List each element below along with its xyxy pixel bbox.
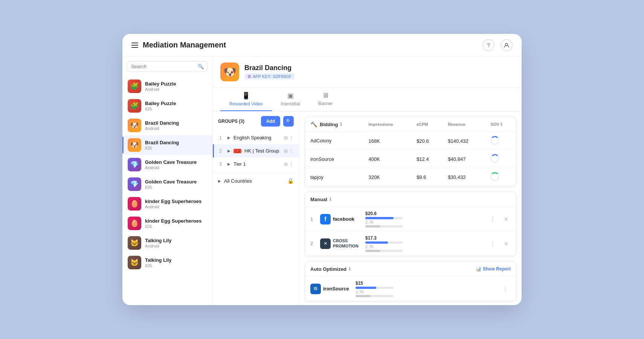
more-icon[interactable]: ⋮ <box>289 148 294 154</box>
group-item[interactable]: 3 ▶ Tier 1 ⊞ ⋮ <box>213 157 299 171</box>
auto-network-row: IS ironSource $15 2.7K ⋮ <box>305 277 516 301</box>
ecpm: $9.6 <box>411 168 443 186</box>
hamburger-menu[interactable] <box>131 43 138 48</box>
app-platform: Android <box>145 87 176 92</box>
show-report-button[interactable]: 📊 Show Report <box>476 266 511 272</box>
bidding-row: tapjoy 320K $9.6 $30,432 <box>305 168 516 186</box>
all-countries-label: All Countries <box>224 178 284 184</box>
group-item[interactable]: 2 ▶ 🇭🇰 HK | Test Group ⊞ ⋮ <box>213 144 299 157</box>
impressions: 320K <box>363 168 412 186</box>
group-item[interactable]: 1 ▶ English Speaking ⊞ ⋮ <box>213 131 299 144</box>
app-icon: 🥚 <box>128 217 141 230</box>
app-info: Brazil Dancing iOS <box>145 140 179 151</box>
flag-badge: 🇭🇰 <box>233 149 241 153</box>
group-search-button[interactable]: 🔍 <box>283 116 294 127</box>
all-countries-group[interactable]: ▶ All Countries 🔒 <box>213 174 299 188</box>
impr-bar <box>365 225 403 228</box>
ecpm-value: $15 <box>356 281 496 286</box>
add-group-button[interactable]: Add <box>261 116 280 127</box>
ecpm-bar <box>365 241 403 244</box>
manual-header: Manual ℹ <box>305 192 516 207</box>
search-input[interactable] <box>131 64 198 69</box>
revenue: $40,847 <box>443 150 485 168</box>
app-info: Golden Cave Treasure iOS <box>145 179 197 190</box>
content: 🐶 Brazil Dancing APP KEY: SDF89GF 📱 Rewa… <box>213 56 522 305</box>
app-platform: iOS <box>145 146 179 150</box>
app-name: Bailey Puzzle <box>145 81 176 87</box>
app-platform: Android <box>145 165 197 170</box>
body: 🔍 🧩 Bailey Puzzle Android 🧩 Bailey Puzzl… <box>122 56 522 305</box>
group-number: 3 <box>219 162 224 167</box>
ecpm: $20.6 <box>411 132 443 150</box>
user-button[interactable] <box>501 39 513 51</box>
sidebar-app-item[interactable]: 🐶 Brazil Dancing iOS <box>122 135 212 155</box>
network-name: ironSource <box>305 150 363 168</box>
sidebar-app-item[interactable]: 🐶 Brazil Dancing Android <box>122 116 212 135</box>
sidebar-app-item[interactable]: 🥚 kinder Egg Superheroes iOS <box>122 214 212 233</box>
groups-list: 1 ▶ English Speaking ⊞ ⋮ 2 ▶ 🇭🇰 HK | Tes… <box>213 131 299 171</box>
groups-actions: Add 🔍 <box>261 116 294 127</box>
remove-button[interactable]: ✕ <box>502 215 511 223</box>
ecpm: $12.4 <box>411 150 443 168</box>
app-key-label: APP KEY: <box>253 74 271 79</box>
group-arrow-icon: ▶ <box>227 136 230 140</box>
more-options-button[interactable]: ⋮ <box>487 215 498 223</box>
rank: 1 <box>310 216 316 222</box>
app-icon: 🐱 <box>128 236 141 250</box>
tab-icon: 🖥 <box>322 92 329 99</box>
tab-icon: 📱 <box>242 92 250 100</box>
two-col: GROUPS (3) Add 🔍 1 ▶ English Speaking ⊞ … <box>213 111 522 305</box>
network-logo: ✕ CROSSPROMOTION <box>320 238 362 249</box>
network-name: CROSSPROMOTION <box>333 238 359 248</box>
app-header-name: Brazil Dancing <box>244 64 514 72</box>
group-name: English Speaking <box>233 135 281 140</box>
remove-button[interactable]: ✕ <box>502 240 511 247</box>
app-name: Talking Lily <box>145 257 172 264</box>
network-name: tapjoy <box>305 168 363 186</box>
cross-promo-icon: ✕ <box>320 238 331 249</box>
more-options-button[interactable]: ⋮ <box>500 284 511 293</box>
svg-rect-1 <box>248 75 251 78</box>
facebook-logo: f <box>320 214 331 224</box>
copy-icon[interactable]: ⊞ <box>284 148 288 154</box>
app-info: Talking Lily Android <box>145 238 172 249</box>
help-button[interactable]: ? <box>482 39 494 51</box>
app-info: Bailey Puzzle iOS <box>145 101 176 111</box>
revenue: $30,432 <box>443 168 485 186</box>
ecpm-value: $20.6 <box>365 211 484 216</box>
svg-point-0 <box>505 43 508 46</box>
network-logo: IS ironSource <box>310 284 352 294</box>
app-platform: Android <box>145 126 179 131</box>
groups-panel: GROUPS (3) Add 🔍 1 ▶ English Speaking ⊞ … <box>213 111 299 305</box>
sidebar-app-item[interactable]: 🧩 Bailey Puzzle iOS <box>122 96 212 116</box>
sidebar-app-item[interactable]: 🐱 Talking Lily Android <box>122 233 212 253</box>
app-info: Golden Cave Treasure Android <box>145 159 197 170</box>
bidding-info-icon: ℹ <box>340 122 342 127</box>
copy-icon[interactable]: ⊞ <box>284 135 288 140</box>
tab-banner[interactable]: 🖥 Banner <box>309 88 342 111</box>
tab-interstitial[interactable]: ▣ Interstitial <box>272 88 309 111</box>
sidebar-app-item[interactable]: 💎 Golden Cave Treasure Android <box>122 155 212 174</box>
sidebar-app-item[interactable]: 🥚 kinder Egg Superheroes Android <box>122 194 212 214</box>
header-icons: ? <box>482 39 513 51</box>
sidebar-app-item[interactable]: 🐱 Talking Lily iOS <box>122 253 212 272</box>
bidding-header: 🔨 Bidding ℹ <box>305 117 363 132</box>
app-name: Golden Cave Treasure <box>145 159 197 166</box>
tab-rewarded-video[interactable]: 📱 Rewarded Video <box>220 88 272 111</box>
sidebar-app-item[interactable]: 💎 Golden Cave Treasure iOS <box>122 174 212 194</box>
more-icon[interactable]: ⋮ <box>289 162 294 167</box>
copy-icon[interactable]: ⊞ <box>284 162 288 167</box>
ecpm-bar <box>365 217 403 219</box>
app-info: Talking Lily iOS <box>145 257 172 268</box>
app-name: kinder Egg Superheroes <box>145 218 201 224</box>
impressions-value: 2.7K <box>365 220 484 224</box>
app-icon: 🧩 <box>128 99 141 113</box>
manual-section: Manual ℹ 1 f facebook $20.6 2.7K ⋮ ✕ 2 ✕… <box>305 192 516 256</box>
tabs: 📱 Rewarded Video ▣ Interstitial 🖥 Banner <box>213 88 522 111</box>
group-name: HK | Test Group <box>244 148 281 154</box>
sidebar-app-item[interactable]: 🧩 Bailey Puzzle Android <box>122 76 212 96</box>
ecpm-value: $17.3 <box>365 235 484 241</box>
more-options-button[interactable]: ⋮ <box>487 239 498 248</box>
app-platform: Android <box>145 205 201 209</box>
more-icon[interactable]: ⋮ <box>289 135 294 140</box>
